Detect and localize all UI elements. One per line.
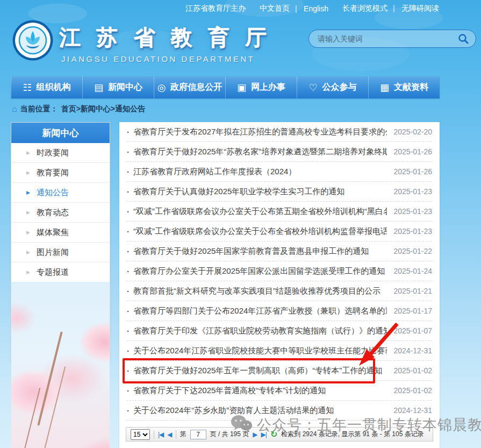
notice-row: 省教育厅关于下达2025年普通高校“专转本”计划的通知 2025-01-02 — [127, 381, 432, 401]
home-icon: ⌂ — [12, 104, 17, 114]
notice-title-link[interactable]: 省教育厅关于认真做好2025年职业学校学生实习工作的通知 — [127, 187, 387, 197]
news-doc-icon: ▤ — [94, 83, 103, 93]
site-logo: 江 苏 省 教 育 厅 JIANGSU EDUCATION DEPARTMENT — [12, 19, 271, 63]
notice-title-link[interactable]: 教育部首批“新文科研究与改革实践项目”结题验收推荐优秀项目的公示 — [127, 286, 387, 296]
sidebar-item[interactable]: 媒体聚焦 — [11, 223, 110, 243]
nav-item[interactable]: ▤ 新闻中心 — [82, 76, 154, 98]
sidebar-item[interactable]: 时政要闻 — [11, 143, 110, 163]
sidebar-item[interactable]: 教育动态 — [11, 203, 110, 223]
info-disclosure-icon: ◎ — [157, 83, 166, 93]
notice-title-link[interactable]: 省教育厅办公室关于开展2025年国家公派出国留学选派受理工作的通知 — [127, 266, 387, 276]
online-service-icon: ▣ — [237, 83, 246, 93]
notice-date: 2025-01-26 — [387, 147, 432, 156]
notice-row: 省教育厅办公室关于开展2025年国家公派出国留学选派受理工作的通知 2025-0… — [127, 261, 432, 281]
notice-date: 2025-02-20 — [387, 127, 432, 136]
sidebar-flower-image — [11, 282, 110, 448]
notice-title-link[interactable]: 省教育厅关于下达2025年普通高校“专转本”计划的通知 — [127, 386, 387, 396]
notice-row: 省教育厅关于印发《江苏省职业院校劳动教育实施指南（试行）》的通知 2025-01… — [127, 321, 432, 341]
notice-title-link[interactable]: 关于公布2024年“苏乡永助”资助育人主题活动结果的通知 — [127, 406, 387, 416]
sidebar-item-label: 通知公告 — [37, 188, 69, 198]
top-bar-link[interactable]: 长者浏览模式 — [342, 4, 387, 13]
notice-date: 2024-12-31 — [387, 406, 432, 415]
nav-item-label: 公众参与 — [322, 82, 357, 93]
nav-item[interactable]: ☷ 组织机构 — [11, 76, 82, 98]
notice-date: 2025-01-26 — [387, 167, 432, 176]
nav-item[interactable]: ◎ 政府信息公开 — [154, 76, 225, 98]
notice-row: 江苏省教育厅政府网站工作年度报表（2024） 2025-01-26 — [127, 162, 432, 182]
top-bar-link[interactable]: English — [304, 4, 328, 13]
notice-date: 2025-01-22 — [387, 247, 432, 255]
divider — [176, 430, 176, 439]
notice-date: 2025-01-07 — [387, 326, 432, 335]
first-page-button[interactable]: |◀ — [158, 431, 163, 438]
page-prefix: 第 — [180, 430, 186, 439]
nav-item[interactable]: ▦ 文献资料 — [368, 76, 440, 98]
main-nav: ☷ 组织机构 ▤ 新闻中心 ◎ 政府信息公开 ▣ 网上办事 ♡ 公众参与 ▦ 文… — [11, 76, 440, 98]
notice-title-link[interactable]: “双减”工作省级联席会议办公室关于公布全省校外培训机构监督举报电话的公... — [127, 226, 387, 237]
breadcrumb-path[interactable]: 首页>新闻中心>通知公告 — [61, 104, 145, 114]
top-bar-link[interactable]: 江苏省教育厅主办 — [185, 4, 246, 13]
page-size-select[interactable]: 15 — [131, 429, 150, 440]
sidebar-title: 新闻中心 — [11, 123, 110, 143]
sidebar-item-label: 教育动态 — [37, 208, 69, 218]
notice-row: “双减”工作省级联席会议办公室关于公布全省校外培训机构监督举报电话的公... 2… — [127, 222, 432, 241]
notice-title-link[interactable]: 省教育厅关于做好2025年国家学前教育普及普惠县申报工作的通知 — [127, 246, 387, 257]
notice-row: 省教育厅等四部门关于公布2024年江苏省产业教授（兼职）选聘名单的通知 2025… — [127, 301, 432, 321]
pagination-summary: 检索到 2924 条记录, 显示第 91 条 - 第 105 条记录 — [281, 430, 423, 439]
sidebar-item[interactable]: 教育要闻 — [11, 163, 110, 183]
sidebar-item[interactable]: 图片新闻 — [11, 243, 110, 262]
search-icon[interactable] — [457, 33, 469, 45]
search-input[interactable] — [318, 34, 457, 43]
notice-row: 省教育厅关于发布2027年拟在江苏招生的普通高校专业选考科目要求的公告 2025… — [127, 122, 432, 142]
jiangsu-education-logo-icon — [12, 19, 54, 63]
notice-title-link[interactable]: 省教育厅等四部门关于公布2024年江苏省产业教授（兼职）选聘名单的通知 — [127, 306, 387, 316]
notice-row: 省教育厅关于做好2025年国家学前教育普及普惠县申报工作的通知 2025-01-… — [127, 241, 432, 261]
site-title: 江 苏 省 教 育 厅 — [59, 23, 271, 52]
page-number-input[interactable] — [190, 430, 206, 439]
notice-title-link[interactable]: 省教育厅关于发布2027年拟在江苏招生的普通高校专业选考科目要求的公告 — [127, 127, 387, 137]
sidebar-item[interactable]: 专题报道 — [11, 262, 110, 282]
sidebar-item[interactable]: 通知公告 — [11, 183, 110, 203]
notice-list-panel: 省教育厅关于发布2027年拟在江苏招生的普通高校专业选考科目要求的公告 2025… — [119, 122, 440, 448]
notice-title-link[interactable]: 关于公布2024年江苏省职业院校技能大赛中等职业学校班主任能力比赛获奖... — [127, 346, 387, 356]
notice-date: 2025-01-23 — [387, 207, 432, 216]
nav-item-label: 组织机构 — [37, 82, 71, 93]
notice-date: 2025-01-17 — [387, 307, 432, 315]
notice-list: 省教育厅关于发布2027年拟在江苏招生的普通高校专业选考科目要求的公告 2025… — [119, 122, 440, 421]
notice-row: 省教育厅关于做好2025年“苏教名家”培养对象遴选暨第二期培养对象终期... 2… — [127, 142, 432, 162]
heart-icon: ♡ — [308, 83, 317, 93]
notice-row: “双减”工作省级联席会议办公室关于公布第五期全省校外培训机构“黑白名单... 2… — [127, 202, 432, 222]
sidebar-menu: 时政要闻 教育要闻 通知公告 教育动态 媒体聚焦 — [11, 143, 110, 282]
notice-date: 2024-12-31 — [387, 346, 432, 355]
notice-title-link[interactable]: 江苏省教育厅政府网站工作年度报表（2024） — [127, 167, 387, 177]
pagination-bar: 15 |◀ ◀ 第 页 / 共 195 页 ▶ ▶| ↻ 检索到 2924 条记… — [126, 427, 433, 442]
sidebar-item-label: 图片新闻 — [37, 247, 69, 258]
top-bar-link[interactable]: 中文首页 — [260, 4, 290, 13]
top-bar-link[interactable]: 无障碍阅读 — [401, 4, 439, 13]
notice-date: 2025-01-24 — [387, 267, 432, 275]
org-chart-icon: ☷ — [23, 83, 31, 93]
top-utility-bar: 江苏省教育厅主办中文首页English长者浏览模式无障碍阅读 — [0, 0, 481, 17]
breadcrumb: ⌂ 当前位置： 首页>新闻中心>通知公告 — [12, 104, 481, 114]
refresh-icon[interactable]: ↻ — [270, 429, 277, 439]
nav-item[interactable]: ▣ 网上办事 — [225, 76, 297, 98]
notice-title-link[interactable]: 省教育厅关于做好2025年“苏教名家”培养对象遴选暨第二期培养对象终期... — [127, 147, 387, 157]
sidebar-item-label: 专题报道 — [37, 267, 69, 278]
notice-row: 省教育厅关于认真做好2025年职业学校学生实习工作的通知 2025-01-23 — [127, 182, 432, 202]
notice-row: 省教育厅关于做好2025年五年一贯制高职（高师）“专转本”工作的通知 2025-… — [127, 361, 432, 381]
next-page-button[interactable]: ▶ — [253, 431, 257, 438]
notice-title-link[interactable]: “双减”工作省级联席会议办公室关于公布第五期全省校外培训机构“黑白名单... — [127, 207, 387, 217]
notice-title-link[interactable]: 省教育厅关于做好2025年五年一贯制高职（高师）“专转本”工作的通知 — [127, 366, 387, 376]
notice-date: 2025-01-23 — [387, 227, 432, 236]
notice-date: 2025-01-21 — [387, 287, 432, 295]
prev-page-button[interactable]: ◀ — [167, 431, 171, 438]
nav-item[interactable]: ♡ 公众参与 — [297, 76, 368, 98]
sidebar-item-label: 媒体聚焦 — [37, 227, 69, 238]
page-suffix: 页 / 共 195 页 — [210, 430, 249, 439]
nav-item-label: 新闻中心 — [108, 82, 142, 93]
notice-title-link[interactable]: 省教育厅关于印发《江苏省职业院校劳动教育实施指南（试行）》的通知 — [127, 326, 387, 336]
notice-row: 关于公布2024年江苏省职业院校技能大赛中等职业学校班主任能力比赛获奖... 2… — [127, 341, 432, 361]
notice-date: 2025-01-02 — [387, 386, 432, 395]
last-page-button[interactable]: ▶| — [261, 431, 267, 438]
nav-item-label: 文献资料 — [394, 82, 428, 93]
